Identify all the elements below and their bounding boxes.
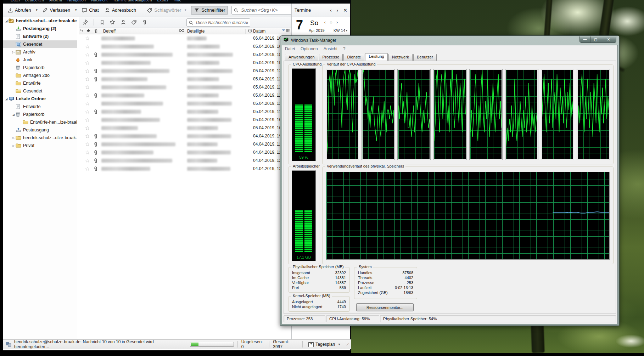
twisty-closed-icon[interactable]: ▷ xyxy=(11,136,16,140)
star-icon[interactable] xyxy=(85,101,90,107)
clock-icon[interactable] xyxy=(248,28,252,34)
get-messages-button[interactable]: Abrufen xyxy=(5,6,34,15)
tab-netzwerk[interactable]: Netzwerk xyxy=(388,54,413,61)
folder-row[interactable]: Junk xyxy=(3,56,77,64)
message-row[interactable]: 05.04.2019, 12:08 xyxy=(79,75,291,83)
folder-row[interactable]: Entwürfe xyxy=(3,103,77,111)
star-icon[interactable] xyxy=(85,125,90,132)
task-manager-titlebar[interactable]: Windows Task-Manager — ▢ ✕ xyxy=(280,36,619,45)
folder-row[interactable]: Papierkorb xyxy=(3,64,77,72)
unread-filter-icon[interactable] xyxy=(97,18,107,26)
tag-filter-icon[interactable] xyxy=(129,18,139,26)
attachment-filter-icon[interactable] xyxy=(140,18,149,26)
tab-dienste[interactable]: Dienste xyxy=(343,54,364,61)
star-icon[interactable] xyxy=(85,93,90,99)
star-icon[interactable] xyxy=(85,68,90,75)
star-icon[interactable] xyxy=(85,158,90,164)
star-icon[interactable] xyxy=(85,134,90,140)
folder-row[interactable]: Posteingang (2) xyxy=(3,25,77,33)
menu-item[interactable]: Bearbeiten xyxy=(25,0,44,2)
folder-row[interactable]: ◢Lokale Ordner xyxy=(3,95,77,103)
folder-row[interactable]: Postausgang xyxy=(3,126,77,134)
star-icon[interactable] xyxy=(85,36,90,42)
message-row[interactable]: 04.04.2019, 12:11 xyxy=(79,165,291,173)
tab-anwendungen[interactable]: Anwendungen xyxy=(285,54,318,61)
close-today-pane-button[interactable]: ✕ xyxy=(343,7,347,13)
star-icon[interactable] xyxy=(85,85,90,91)
subject-column-header[interactable]: Betreff xyxy=(103,29,116,34)
message-row[interactable]: 04.04.2019, 12:13 xyxy=(79,140,291,148)
chevron-down-icon[interactable]: ▼ xyxy=(345,29,348,32)
menu-item[interactable]: Termine und Aufgaben xyxy=(113,0,152,2)
folder-row[interactable]: ◢hendrik.schul...ulze-braak.de xyxy=(3,17,77,25)
message-row[interactable]: 05.04.2019, 11:11 xyxy=(79,100,291,108)
participants-column-header[interactable]: Beteiligte xyxy=(187,29,205,34)
message-row[interactable]: 05.04.2019, 15:16 xyxy=(79,59,291,67)
column-picker-icon[interactable] xyxy=(286,28,291,34)
today-plan-toggle[interactable]: 7 Tagesplan ▼ xyxy=(306,341,344,348)
quickfilter-search-input[interactable] xyxy=(186,18,250,27)
message-row[interactable]: 05.04.2019, 16:59 xyxy=(79,43,291,51)
message-row[interactable]: 04.04.2019, 12:11 xyxy=(79,148,291,157)
star-icon[interactable] xyxy=(85,117,90,124)
star-icon[interactable] xyxy=(85,44,90,50)
twisty-closed-icon[interactable]: ▷ xyxy=(11,51,16,54)
twisty-open-icon[interactable]: ◢ xyxy=(4,97,9,101)
folder-row[interactable]: ▷hendrik.schulz...ulze-braak.de xyxy=(3,134,77,142)
addressbook-button[interactable]: Adressbuch xyxy=(102,6,139,15)
maximize-button[interactable]: ▢ xyxy=(590,36,601,43)
folder-row[interactable]: ◢Papierkorb xyxy=(3,111,77,118)
contact-filter-icon[interactable] xyxy=(119,18,128,26)
menu-item[interactable]: Datei xyxy=(11,0,20,2)
menu-item[interactable]: Nachricht xyxy=(91,0,107,2)
message-row[interactable]: 04.04.2019, 12:11 xyxy=(79,157,291,165)
star-icon[interactable] xyxy=(85,142,90,148)
tags-button[interactable]: Schlagwörter ▼ xyxy=(144,6,190,15)
tab-prozesse[interactable]: Prozesse xyxy=(319,54,343,61)
compose-dropdown[interactable]: ▼ xyxy=(73,7,78,13)
quickfilter-toggle-button[interactable]: Schnellfilter xyxy=(191,6,228,15)
menu-item[interactable]: Ansicht xyxy=(49,0,62,2)
twisty-open-icon[interactable]: ◢ xyxy=(11,113,16,116)
close-button[interactable]: ✕ xyxy=(601,36,616,43)
get-messages-dropdown[interactable]: ▼ xyxy=(34,7,39,13)
tab-leistung[interactable]: Leistung xyxy=(365,53,387,61)
menu-item[interactable]: Navigation xyxy=(67,0,86,2)
global-search-input[interactable] xyxy=(231,6,295,15)
twisty-open-icon[interactable]: ◢ xyxy=(4,19,9,23)
taskmanager-menu-item[interactable]: Datei xyxy=(285,46,295,51)
star-icon[interactable] xyxy=(85,60,90,67)
folder-row[interactable]: ▷Privat xyxy=(3,142,77,149)
folder-row[interactable]: Entwürfe xyxy=(3,79,77,87)
star-icon[interactable] xyxy=(85,77,90,83)
star-icon[interactable] xyxy=(85,52,90,58)
message-row[interactable]: 05.04.2019, 11:44 xyxy=(79,83,291,91)
message-row[interactable]: 05.04.2019, 12:15 xyxy=(79,67,291,75)
sticky-pin-icon[interactable] xyxy=(81,18,90,26)
starred-filter-icon[interactable] xyxy=(108,18,117,26)
thread-column-icon[interactable] xyxy=(80,28,84,34)
compose-button[interactable]: Verfassen xyxy=(40,6,73,15)
minimize-button[interactable]: — xyxy=(580,36,590,43)
menubar-clipped[interactable]: DateiBearbeitenAnsichtNavigationNachrich… xyxy=(3,0,351,4)
prev-day-button[interactable]: ‹ xyxy=(330,7,332,13)
date-column-header[interactable]: Datum xyxy=(253,29,265,34)
calendar-nav-buttons[interactable]: ‹ ○ › xyxy=(324,20,339,25)
menu-item[interactable]: Extras xyxy=(157,0,168,2)
message-row[interactable]: 05.04.2019, 11:02 xyxy=(79,108,291,116)
folder-row[interactable]: Gesendet xyxy=(3,87,77,95)
chat-button[interactable]: Chat xyxy=(79,6,101,15)
menu-item[interactable]: Hilfe xyxy=(174,0,181,2)
recipients-column-icon[interactable] xyxy=(179,28,184,34)
message-row[interactable]: 05.04.2019, 10:44 xyxy=(79,116,291,124)
star-icon[interactable] xyxy=(85,166,90,173)
twisty-closed-icon[interactable]: ▷ xyxy=(11,144,16,147)
resource-monitor-button[interactable]: Ressourcenmonitor... xyxy=(356,303,414,311)
folder-row[interactable]: Entwürfe-hen...lze-braak.de xyxy=(3,118,77,126)
folder-row[interactable]: ▷Archiv xyxy=(3,48,77,56)
message-row[interactable]: 05.04.2019, 11:24 xyxy=(79,91,291,100)
taskmanager-menu-item[interactable]: Ansicht xyxy=(324,46,337,51)
message-row[interactable]: 06.04.2019, 10:49 xyxy=(79,34,291,43)
taskmanager-menu-item[interactable]: Optionen xyxy=(301,46,318,51)
folder-row[interactable]: Entwürfe (2) xyxy=(3,33,77,40)
